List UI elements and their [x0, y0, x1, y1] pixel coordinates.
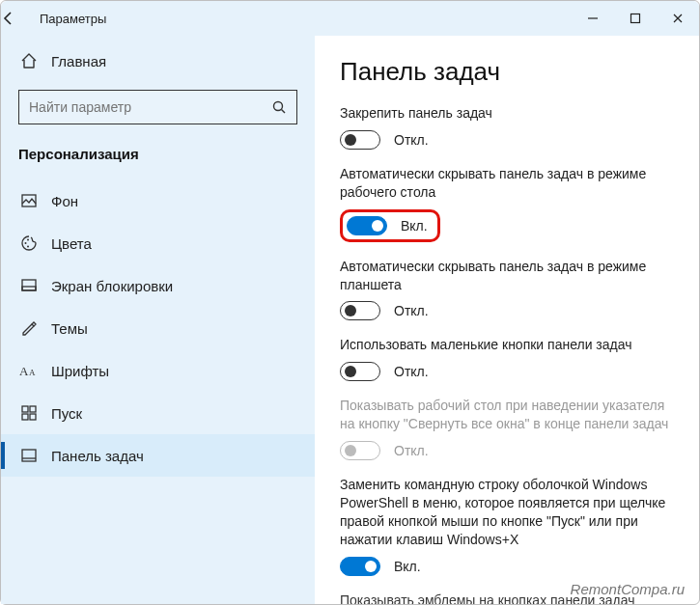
search-box[interactable]	[18, 90, 297, 124]
sidebar-item-background[interactable]: Фон	[1, 179, 315, 222]
minimize-button[interactable]	[572, 1, 614, 36]
svg-rect-13	[30, 406, 36, 412]
setting-autohide-desktop: Автоматически скрывать панель задач в ре…	[340, 165, 674, 242]
toggle-powershell[interactable]	[340, 557, 380, 576]
setting-label: Закрепить панель задач	[340, 104, 674, 123]
sidebar-item-label: Пуск	[51, 405, 82, 422]
setting-label: Автоматически скрывать панель задач в ре…	[340, 165, 674, 202]
svg-rect-1	[631, 14, 640, 23]
titlebar: Параметры	[1, 1, 699, 36]
sidebar-item-themes[interactable]: Темы	[1, 307, 315, 349]
sidebar-item-label: Панель задач	[51, 448, 144, 464]
svg-rect-15	[30, 414, 36, 420]
close-button[interactable]	[657, 1, 699, 36]
page-title: Панель задач	[340, 57, 674, 87]
toggle-peek-desktop	[340, 441, 380, 460]
sidebar-item-start[interactable]: Пуск	[1, 392, 315, 434]
svg-text:A: A	[19, 364, 29, 378]
svg-rect-12	[22, 406, 28, 412]
lockscreen-icon	[18, 277, 40, 294]
setting-label: Заменить командную строку оболочкой Wind…	[340, 476, 674, 549]
fonts-icon: AA	[18, 362, 40, 379]
palette-icon	[18, 234, 40, 252]
svg-point-2	[274, 102, 283, 111]
sidebar-item-label: Шрифты	[51, 363, 109, 379]
home-link[interactable]: Главная	[1, 41, 315, 80]
app-title: Параметры	[40, 12, 106, 26]
sidebar-item-colors[interactable]: Цвета	[1, 222, 315, 264]
image-icon	[18, 192, 40, 209]
svg-rect-14	[22, 414, 28, 420]
toggle-state: Откл.	[394, 443, 429, 458]
taskbar-icon	[18, 447, 40, 464]
highlight-box: Вкл.	[340, 209, 440, 242]
content-pane: Панель задач Закрепить панель задач Откл…	[315, 36, 699, 604]
sidebar-item-taskbar[interactable]: Панель задач	[1, 434, 315, 477]
search-input[interactable]	[29, 99, 266, 115]
setting-label: Автоматически скрывать панель задач в ре…	[340, 258, 674, 294]
back-button[interactable]	[1, 11, 40, 26]
sidebar-item-label: Цвета	[51, 235, 92, 252]
svg-rect-8	[22, 280, 36, 290]
toggle-state: Откл.	[394, 132, 429, 148]
sidebar-item-label: Темы	[51, 320, 88, 337]
svg-point-5	[25, 242, 27, 244]
svg-point-6	[27, 239, 29, 241]
home-icon	[18, 52, 40, 69]
svg-text:A: A	[29, 368, 36, 377]
svg-rect-9	[22, 287, 36, 290]
home-label: Главная	[51, 53, 106, 69]
sidebar: Главная Персонализация Фон Цвета	[1, 36, 315, 604]
toggle-state: Откл.	[394, 303, 429, 318]
watermark: RemontCompa.ru	[571, 581, 685, 597]
svg-line-3	[282, 110, 286, 114]
setting-small-buttons: Использовать маленькие кнопки панели зад…	[340, 336, 674, 381]
setting-lock-taskbar: Закрепить панель задач Откл.	[340, 104, 674, 150]
toggle-autohide-tablet[interactable]	[340, 301, 380, 320]
svg-rect-16	[22, 450, 36, 461]
toggle-small-buttons[interactable]	[340, 362, 380, 381]
svg-point-7	[27, 246, 29, 248]
nav-list: Фон Цвета Экран блокировки Темы AA Шрифт…	[1, 179, 315, 477]
toggle-autohide-desktop[interactable]	[347, 216, 387, 235]
sidebar-item-label: Фон	[51, 193, 78, 209]
search-icon	[271, 99, 287, 115]
setting-label: Показывать рабочий стол при наведении ук…	[340, 397, 674, 433]
toggle-lock-taskbar[interactable]	[340, 130, 380, 150]
setting-powershell: Заменить командную строку оболочкой Wind…	[340, 476, 674, 576]
sidebar-item-lockscreen[interactable]: Экран блокировки	[1, 264, 315, 307]
setting-peek-desktop: Показывать рабочий стол при наведении ук…	[340, 397, 674, 460]
toggle-state: Вкл.	[394, 559, 421, 574]
setting-label: Использовать маленькие кнопки панели зад…	[340, 336, 674, 354]
group-title: Персонализация	[1, 142, 315, 179]
start-icon	[18, 404, 40, 422]
themes-icon	[18, 319, 40, 337]
sidebar-item-fonts[interactable]: AA Шрифты	[1, 349, 315, 392]
toggle-state: Вкл.	[401, 218, 428, 234]
maximize-button[interactable]	[614, 1, 657, 36]
toggle-state: Откл.	[394, 364, 429, 379]
setting-autohide-tablet: Автоматически скрывать панель задач в ре…	[340, 258, 674, 321]
sidebar-item-label: Экран блокировки	[51, 278, 173, 294]
